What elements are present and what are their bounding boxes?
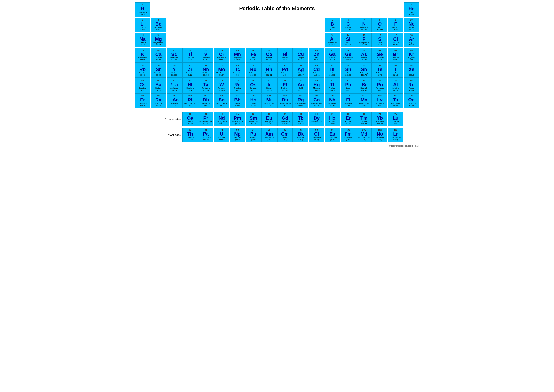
atomic-mass: (270) <box>251 105 256 107</box>
atomic-number: 106 <box>220 95 223 97</box>
element-symbol: Mo <box>218 67 225 72</box>
atomic-number: 114 <box>346 95 350 97</box>
atomic-mass: 106.4 <box>283 74 287 76</box>
element-Dy: 66DyDysprosium162.5 <box>309 112 324 126</box>
element-Sm: 62SmSamarium150.4 <box>246 112 261 126</box>
element-symbol: Si <box>346 36 351 42</box>
element-symbol: Dy <box>314 115 320 121</box>
empty-cell <box>404 127 419 142</box>
atomic-number: 14 <box>347 34 349 36</box>
atomic-number: 62 <box>252 113 254 115</box>
element-Sc: 21ScScandium44.956 <box>166 48 182 63</box>
atomic-number: 59 <box>205 113 207 115</box>
atomic-number: 21 <box>173 49 175 52</box>
element-Sr: 38SrStrontium87.62 <box>151 63 166 78</box>
atomic-number: 96 <box>284 129 286 131</box>
element-Li: 3LiLithium6.941 <box>135 18 150 32</box>
atomic-mass: 26.982 <box>329 44 335 46</box>
atomic-number: 50 <box>347 64 349 67</box>
element-Hg: 80HgMercury200.59 <box>309 78 324 93</box>
atomic-number: 99 <box>331 129 333 131</box>
atomic-mass: 174.97 <box>393 123 398 125</box>
atomic-mass: 40.08 <box>156 59 161 61</box>
empty-cell <box>198 18 214 32</box>
atomic-mass: 22.99 <box>140 44 145 46</box>
atomic-number: 72 <box>189 80 191 82</box>
element-Bk: 97BkBerkelium(247) <box>293 127 308 142</box>
atomic-mass: 50.941 <box>203 59 209 61</box>
atomic-mass: (280) <box>298 105 303 107</box>
atomic-number: 40 <box>189 64 191 67</box>
empty-cell <box>214 33 229 47</box>
element-Pr: 59PrPraseodymium140.91 <box>198 112 214 126</box>
element-Sb: 51SbAntimony121.75 <box>356 63 372 78</box>
element-symbol: Ne <box>408 21 415 27</box>
atomic-mass: 14.007 <box>361 29 367 31</box>
atomic-number: 13 <box>331 34 333 36</box>
atomic-number: 81 <box>331 80 333 82</box>
element-Tm: 69TmThulium168.93 <box>356 112 372 126</box>
atomic-number: 2 <box>411 4 412 6</box>
element-symbol: †Ac <box>170 97 179 102</box>
element-Br: 35BrBromine79.904 <box>388 48 403 63</box>
element-symbol: Tb <box>298 115 303 121</box>
atomic-number: 95 <box>268 129 270 131</box>
element-symbol: He <box>408 6 415 11</box>
atomic-number: 93 <box>236 129 239 131</box>
atomic-mass: (281) <box>283 105 287 107</box>
element-Bh: 107BhBohrium(272) <box>230 93 245 108</box>
atomic-mass: 180.95 <box>203 89 209 91</box>
atomic-mass: (285) <box>314 105 319 107</box>
atomic-mass: 127.6 <box>378 74 382 76</box>
atomic-mass: 186.21 <box>235 89 240 91</box>
atomic-number: 44 <box>252 64 254 67</box>
element-symbol: Mc <box>361 97 367 102</box>
atomic-number: 36 <box>410 49 413 52</box>
element-Fe: 26FeIron55.847 <box>246 48 261 63</box>
atomic-number: 8 <box>379 19 380 21</box>
atomic-number: 89 <box>173 95 175 97</box>
atomic-number: 100 <box>346 129 350 131</box>
element-symbol: Sc <box>171 52 177 57</box>
atomic-number: 19 <box>141 49 144 52</box>
atomic-mass: 132.91 <box>140 89 145 91</box>
element-Ru: 44RuRuthenium101.07 <box>246 63 261 78</box>
element-symbol: Ar <box>409 36 414 42</box>
element-Lv: 116LvLivermorium(293) <box>372 93 388 108</box>
element-symbol: Zr <box>187 67 192 72</box>
atomic-number: 77 <box>268 80 270 82</box>
atomic-mass: 144.24 <box>219 123 225 125</box>
element-symbol: Ni <box>283 52 287 57</box>
atomic-number: 26 <box>252 49 254 52</box>
element-symbol: Np <box>234 131 241 137</box>
element-symbol: Os <box>250 82 256 87</box>
element-Pu: 94PuPlutonium(244) <box>246 127 261 142</box>
element-symbol: Fl <box>346 97 350 102</box>
element-symbol: Sb <box>361 67 367 72</box>
element-Er: 68ErErbium167.26 <box>341 112 356 126</box>
element-symbol: Po <box>377 82 383 87</box>
element-Si: 14SiSilicon28.086 <box>341 33 356 47</box>
atomic-mass: 39.948 <box>409 44 414 46</box>
atomic-number: 69 <box>363 113 365 115</box>
element-Ag: 47AgSilver107.87 <box>293 63 308 78</box>
element-V: 23VVanadium50.941 <box>198 48 214 63</box>
element-symbol: Ce <box>187 115 193 121</box>
atomic-mass: 69.72 <box>330 59 335 61</box>
element-Es: 99EsEinsteinium(252) <box>325 127 340 142</box>
atomic-number: 104 <box>188 95 192 97</box>
atomic-number: 47 <box>300 64 302 67</box>
element-H: 1HHydrogen1.0079 <box>135 2 150 17</box>
element-symbol: Ti <box>188 52 192 57</box>
atomic-mass: 58.933 <box>266 59 272 61</box>
empty-cell <box>277 33 293 47</box>
element-Ho: 67HoHolmium164.93 <box>325 112 340 126</box>
element-symbol: Pd <box>282 67 288 72</box>
atomic-mass: 63.546 <box>298 59 303 61</box>
element-symbol: Cu <box>298 52 304 57</box>
atomic-mass: 102.91 <box>266 74 272 76</box>
element-symbol: Rg <box>298 97 304 102</box>
atomic-mass: (247) <box>283 139 287 141</box>
atomic-number: 111 <box>299 95 303 97</box>
atomic-mass: 101.07 <box>250 74 256 76</box>
